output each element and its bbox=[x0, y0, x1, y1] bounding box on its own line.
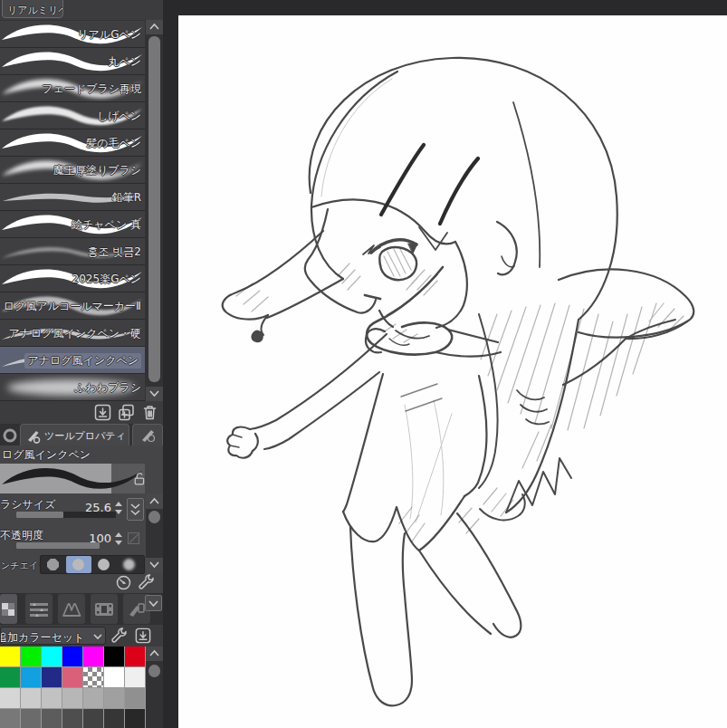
brush-row[interactable]: ふわわブラシ bbox=[0, 374, 145, 401]
antialias-weak-button[interactable] bbox=[66, 556, 91, 573]
brush-row[interactable]: アナログ風インクペン bbox=[0, 347, 145, 374]
color-swatch[interactable] bbox=[21, 688, 41, 708]
color-swatch[interactable] bbox=[42, 688, 62, 708]
import-subtool-button[interactable] bbox=[93, 403, 112, 422]
color-swatch[interactable] bbox=[62, 667, 82, 687]
color-swatch[interactable] bbox=[0, 709, 20, 728]
opacity-value[interactable]: 100 bbox=[79, 532, 111, 545]
color-swatch[interactable] bbox=[62, 709, 82, 728]
reset-defaults-button[interactable] bbox=[114, 573, 132, 591]
drawing-canvas[interactable] bbox=[178, 15, 727, 728]
tab-color-mixing[interactable] bbox=[58, 594, 85, 624]
tab-subtool-detail[interactable] bbox=[132, 424, 163, 445]
chevron-down-icon bbox=[146, 596, 161, 610]
color-swatch[interactable] bbox=[104, 688, 124, 708]
clip-studio-paint-window: リアルミリペ リアルGペン丸ペンフェードブラシ再現しげペン髪の毛ペン魔王厚塗りブ… bbox=[0, 0, 727, 728]
antialias-none-button[interactable] bbox=[41, 556, 66, 573]
brush-size-value[interactable]: 25.6 bbox=[79, 501, 111, 514]
tab-color-history[interactable] bbox=[91, 594, 118, 624]
color-swatch[interactable] bbox=[42, 709, 62, 728]
chevron-up-icon bbox=[146, 647, 163, 661]
color-swatch[interactable] bbox=[83, 647, 103, 666]
color-swatch[interactable] bbox=[21, 667, 41, 687]
color-swatch[interactable] bbox=[21, 647, 41, 666]
swatch-grid bbox=[0, 647, 146, 728]
color-swatch[interactable] bbox=[62, 688, 82, 708]
color-set-settings-button[interactable] bbox=[110, 627, 129, 645]
color-swatch[interactable] bbox=[42, 667, 62, 687]
wrench-icon[interactable] bbox=[138, 573, 156, 591]
color-swatch[interactable] bbox=[125, 647, 145, 666]
subtool-palette-tab[interactable]: リアルミリペ bbox=[2, 0, 63, 18]
brush-row[interactable]: 丸ペン bbox=[0, 48, 145, 75]
brush-row[interactable]: しげペン bbox=[0, 102, 145, 129]
scroll-down-button[interactable] bbox=[146, 387, 163, 401]
color-swatch[interactable] bbox=[62, 647, 82, 666]
brush-size-stepper[interactable] bbox=[114, 501, 122, 515]
color-set-import-button[interactable] bbox=[134, 627, 152, 645]
tab-color-set[interactable] bbox=[0, 594, 17, 624]
color-swatch[interactable] bbox=[125, 667, 145, 687]
delete-icon bbox=[140, 403, 159, 422]
color-swatch[interactable] bbox=[83, 667, 103, 687]
brush-name: アナログ風インクペン bbox=[24, 353, 141, 369]
brush-row[interactable]: 髪の毛ペン bbox=[0, 129, 145, 157]
scroll-up-button[interactable] bbox=[146, 494, 163, 509]
palette-scrollbar[interactable] bbox=[146, 647, 163, 728]
tool-property-scrollbar[interactable] bbox=[146, 494, 163, 572]
brush-row[interactable]: 홍조 빗금2 bbox=[0, 238, 145, 265]
scroll-down-button[interactable] bbox=[146, 558, 163, 572]
brush-row[interactable]: リアルGペン bbox=[0, 21, 145, 48]
chevron-up-icon bbox=[146, 494, 163, 509]
scroll-up-button[interactable] bbox=[146, 647, 163, 661]
chibi-character-sketch bbox=[178, 15, 727, 728]
brush-row[interactable]: アナログ風インクペン・硬 bbox=[0, 320, 145, 347]
ink-stroke-sample bbox=[0, 464, 145, 493]
opacity-stepper[interactable] bbox=[114, 532, 122, 546]
color-set-dropdown[interactable]: 追加カラーセット bbox=[0, 627, 106, 645]
brush-row[interactable]: 魔王厚塗りブラシ bbox=[0, 157, 145, 184]
delete-subtool-button[interactable] bbox=[140, 403, 159, 422]
antialias-medium-button[interactable] bbox=[91, 556, 117, 573]
chevron-up-icon bbox=[146, 20, 163, 34]
chevron-down-icon bbox=[146, 387, 163, 401]
brush-row[interactable]: フェードブラシ再現 bbox=[0, 75, 145, 102]
color-swatch[interactable] bbox=[0, 667, 20, 687]
color-swatch[interactable] bbox=[125, 688, 145, 708]
brush-list-scrollbar[interactable] bbox=[146, 20, 163, 401]
color-swatch[interactable] bbox=[0, 688, 20, 708]
color-swatch[interactable] bbox=[83, 709, 103, 728]
brush-row[interactable]: 鉛筆R bbox=[0, 184, 145, 211]
ring-tool-icon[interactable] bbox=[2, 427, 18, 444]
duplicate-subtool-button[interactable] bbox=[117, 403, 136, 422]
antialias-strong-button[interactable] bbox=[117, 556, 142, 573]
tab-tool-property[interactable]: ツールプロパティ bbox=[20, 424, 129, 445]
color-swatch[interactable] bbox=[125, 709, 145, 728]
brush-name: 魔王厚塗りブラシ bbox=[53, 163, 141, 178]
scroll-up-button[interactable] bbox=[146, 20, 163, 34]
color-swatch[interactable] bbox=[104, 709, 124, 728]
color-swatch[interactable] bbox=[0, 647, 20, 666]
tab-overflow-button[interactable] bbox=[145, 595, 162, 611]
lock-open-icon[interactable] bbox=[131, 471, 145, 486]
color-swatch[interactable] bbox=[21, 709, 41, 728]
scrollbar-thumb[interactable] bbox=[148, 511, 160, 523]
brush-row[interactable]: ログ風アルコールマーカーⅡ bbox=[0, 292, 145, 320]
scrollbar-thumb[interactable] bbox=[148, 36, 160, 382]
brush-stroke-preview-box[interactable] bbox=[0, 464, 145, 493]
import-icon bbox=[93, 403, 112, 422]
color-swatch[interactable] bbox=[83, 688, 103, 708]
color-swatch[interactable] bbox=[42, 647, 62, 666]
brush-size-expand-button[interactable] bbox=[127, 498, 144, 521]
duplicate-icon bbox=[117, 403, 136, 422]
dynamics-disabled-icon[interactable] bbox=[128, 532, 139, 544]
brush-row[interactable]: 2025楽Gペン bbox=[0, 265, 145, 292]
brush-row[interactable]: 絵チャペン 真 bbox=[0, 211, 145, 238]
brush-name: アナログ風インクペン・硬 bbox=[8, 326, 141, 341]
brush-name: 鉛筆R bbox=[112, 190, 141, 206]
scrollbar-thumb[interactable] bbox=[148, 665, 160, 677]
color-swatch[interactable] bbox=[104, 647, 124, 666]
tab-color-sliders[interactable] bbox=[25, 594, 53, 624]
brush-name: 髪の毛ペン bbox=[86, 136, 141, 151]
color-swatch[interactable] bbox=[104, 667, 124, 687]
